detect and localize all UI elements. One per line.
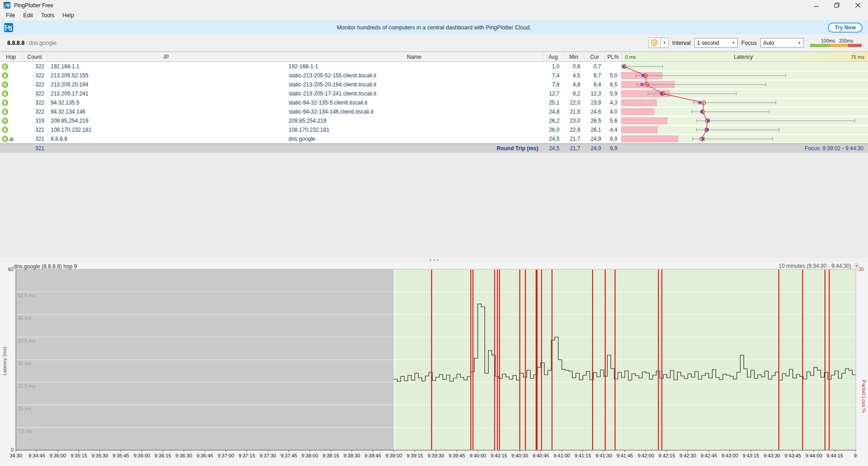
svg-text:9:38:30: 9:38:30	[343, 453, 360, 458]
legend-100ms-label: 100ms	[821, 38, 835, 43]
round-trip-count: 321	[22, 145, 47, 152]
svg-text:Latency (ms): Latency (ms)	[2, 347, 7, 376]
hop-name: 108.170.232.181	[285, 127, 543, 133]
hop-pl: 5,0	[605, 72, 621, 79]
hop-count: 322	[22, 72, 47, 79]
hop-min: 22,9	[563, 127, 584, 133]
hop-badge: 6	[2, 109, 8, 115]
focus-label: Focus	[741, 40, 757, 46]
hop-cell: 2	[0, 72, 22, 79]
target-address: 8.8.8.8	[7, 40, 24, 46]
hop-ip: 213.205.17.241	[47, 90, 285, 97]
hop-cell: 7	[0, 118, 22, 124]
col-header-min[interactable]: Min	[563, 52, 584, 62]
hop-avg: 12,7	[543, 90, 563, 97]
timeline-range-label: 10 minutes (9:34:30 - 9:44:30)	[778, 263, 851, 269]
col-header-cur[interactable]: Cur	[584, 52, 605, 62]
upper-panel-empty-area	[0, 153, 868, 257]
latency-title: Latency	[734, 54, 753, 60]
hop-cur: 23,9	[584, 100, 605, 106]
hop-pl: 4,3	[605, 100, 621, 106]
svg-text:9:36:45: 9:36:45	[196, 453, 213, 458]
trace-table: Hop Count IP Name Avg Min Cur PL% 0 ms L…	[0, 52, 868, 257]
hop-ip: 8.8.8.8	[47, 136, 285, 142]
col-header-avg[interactable]: Avg	[543, 52, 563, 62]
hop-cur: 6,7	[584, 72, 605, 79]
svg-text:9:43:45: 9:43:45	[784, 453, 801, 458]
svg-text:52,5 ms: 52,5 ms	[18, 293, 36, 298]
pause-button[interactable]	[648, 38, 661, 48]
hop-badge: 5	[2, 100, 8, 106]
panel-splitter[interactable]	[0, 257, 868, 262]
pause-dropdown-button[interactable]: ▼	[661, 38, 669, 48]
hop-name: static-213-205-17-241.clienti.tiscali.it	[285, 90, 543, 97]
col-header-hop[interactable]: Hop	[0, 52, 22, 62]
svg-text:9:43:00: 9:43:00	[721, 453, 738, 458]
chevron-down-icon: ▼	[798, 41, 801, 44]
menu-help[interactable]: Help	[58, 11, 78, 19]
latency-max-label: 75 ms	[851, 54, 864, 60]
hop-avg: 26,0	[543, 127, 563, 133]
restore-button[interactable]	[826, 0, 847, 10]
hop-cell: 9	[0, 136, 22, 142]
hop-min: 0,6	[563, 63, 584, 70]
menu-tools[interactable]: Tools	[37, 11, 58, 19]
app-icon	[4, 2, 10, 9]
interval-select[interactable]: 1 second▼	[694, 38, 738, 48]
menu-file[interactable]: File	[2, 11, 19, 19]
svg-text:9:40:30: 9:40:30	[512, 453, 528, 458]
hop-pl: 4,4	[605, 127, 621, 133]
pause-icon	[651, 39, 658, 46]
col-header-ip[interactable]: IP	[47, 52, 285, 62]
svg-text:9:35:45: 9:35:45	[113, 453, 129, 458]
hop-cell: 8	[0, 127, 22, 133]
svg-text:45 ms: 45 ms	[18, 315, 31, 321]
focus-select[interactable]: Auto▼	[760, 38, 804, 48]
hop-name: 192-168-1-1	[285, 63, 543, 70]
hop-avg: 24,8	[543, 109, 563, 115]
svg-text:9:37:00: 9:37:00	[218, 453, 234, 458]
trace-latency-graph[interactable]	[621, 62, 868, 143]
round-trip-label: Round Trip (ms)	[285, 145, 543, 152]
col-header-count[interactable]: Count	[22, 52, 47, 62]
minimize-button[interactable]	[806, 0, 826, 10]
hop-name: 209.85.254.219	[285, 118, 543, 124]
svg-text:9:37:15: 9:37:15	[238, 453, 255, 458]
latency-scale-legend: 100ms 200ms	[810, 38, 862, 48]
timeline-graph[interactable]: 52,5 ms45 ms37,5 ms30 ms22,5 ms15 ms7,5 …	[0, 262, 868, 466]
svg-text:9:40:15: 9:40:15	[490, 453, 507, 458]
close-button[interactable]	[847, 0, 868, 10]
hop-badge: 1	[2, 63, 8, 70]
hop-badge: 3	[2, 81, 8, 88]
target-summary[interactable]: 8.8.8.8/dns.google	[7, 40, 57, 46]
hop-pl: 5,9	[605, 90, 621, 97]
col-header-pl[interactable]: PL%	[605, 52, 621, 62]
hop-count: 321	[22, 136, 47, 142]
hop-name: static-94-32-134-146.clienti.tiscali.it	[285, 109, 543, 115]
legend-200ms-label: 200ms	[839, 38, 854, 43]
hop-pl: 6,5	[605, 81, 621, 88]
col-header-latency[interactable]: 0 ms Latency 75 ms	[621, 52, 868, 62]
hop-cell: 5	[0, 100, 22, 106]
pause-button-group: ▼	[648, 38, 669, 48]
hop-cur: 24,9	[584, 136, 605, 142]
hop-avg: 24,5	[543, 136, 563, 142]
svg-text:9:39:30: 9:39:30	[427, 453, 444, 458]
menu-edit[interactable]: Edit	[19, 11, 37, 19]
svg-text:7,5 ms: 7,5 ms	[18, 428, 33, 434]
hop-badge: 8	[2, 127, 8, 133]
try-now-button[interactable]: Try Now	[828, 23, 863, 33]
hop-avg: 7,8	[543, 81, 563, 88]
target-separator: /	[26, 40, 27, 46]
hop-graph-icon	[9, 137, 13, 141]
banner-message: Monitor hundreds of computers in a centr…	[337, 24, 531, 31]
svg-text:9:35:30: 9:35:30	[91, 453, 108, 458]
col-header-name[interactable]: Name	[285, 52, 543, 62]
svg-text:0: 0	[11, 447, 14, 452]
hop-badge: 9	[2, 136, 8, 142]
hop-cur: 12,3	[584, 90, 605, 97]
pingplotter-logo-icon	[4, 23, 13, 32]
timeline-range-selector[interactable]: 10 minutes (9:34:30 - 9:44:30) ▼	[778, 263, 860, 269]
hop-pl: 5,6	[605, 118, 621, 124]
hop-ip: 192.168.1.1	[47, 63, 285, 70]
